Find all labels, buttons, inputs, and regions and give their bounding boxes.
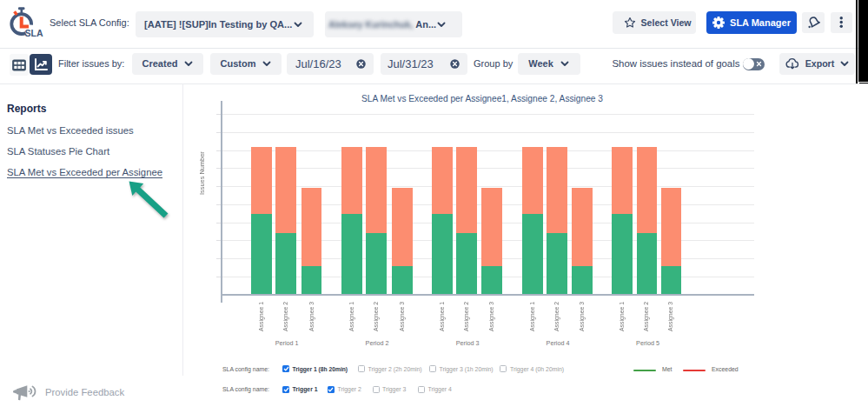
svg-text:SLA: SLA bbox=[25, 28, 43, 38]
